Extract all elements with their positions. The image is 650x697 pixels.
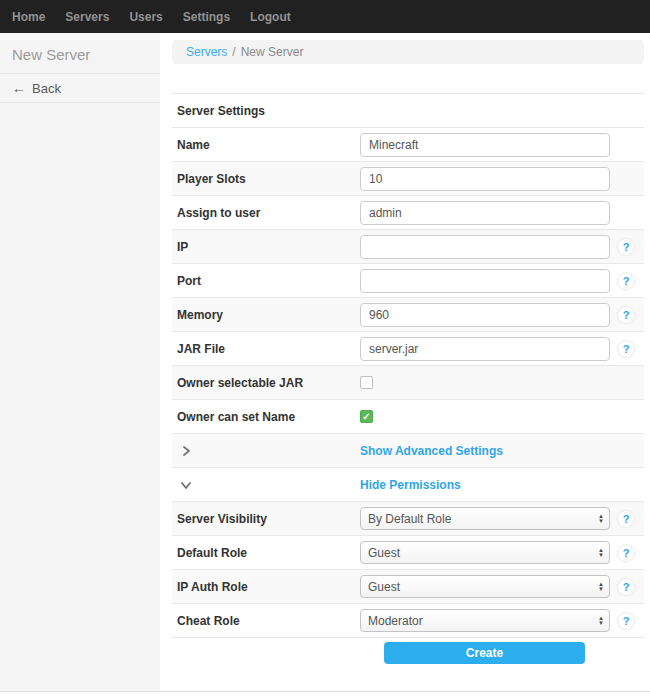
- nav-item-users[interactable]: Users: [119, 10, 172, 24]
- default-role-row: Default Role Guest ▲▼ ?: [172, 536, 644, 570]
- memory-label: Memory: [177, 308, 360, 322]
- ip-help-icon[interactable]: ?: [617, 238, 635, 256]
- memory-input[interactable]: [360, 303, 610, 327]
- memory-help-icon[interactable]: ?: [617, 306, 635, 324]
- create-row: Create: [172, 638, 644, 668]
- jar-file-help-icon[interactable]: ?: [617, 340, 635, 358]
- footer-strip: [0, 692, 650, 696]
- name-label: Name: [177, 138, 360, 152]
- owner-selectable-jar-label: Owner selectable JAR: [177, 376, 360, 390]
- breadcrumb-servers-link[interactable]: Servers: [186, 45, 227, 59]
- ip-auth-role-select[interactable]: Guest: [360, 575, 610, 598]
- cheat-role-label: Cheat Role: [177, 614, 360, 628]
- section-title: Server Settings: [177, 104, 360, 118]
- player-slots-label: Player Slots: [177, 172, 360, 186]
- main-content: Servers / New Server Server Settings Nam…: [160, 33, 650, 691]
- chevron-right-icon: [177, 445, 360, 457]
- hide-permissions-link[interactable]: Hide Permissions: [360, 478, 461, 492]
- breadcrumb: Servers / New Server: [172, 40, 644, 64]
- jar-file-input[interactable]: [360, 337, 610, 361]
- owner-selectable-jar-checkbox[interactable]: [360, 376, 373, 389]
- owner-can-set-name-label: Owner can set Name: [177, 410, 360, 424]
- assign-user-row: Assign to user: [172, 196, 644, 230]
- create-button[interactable]: Create: [384, 642, 585, 664]
- ip-input[interactable]: [360, 235, 610, 259]
- page-body: New Server ← Back Servers / New Server S…: [0, 33, 650, 692]
- permissions-toggle-row: Hide Permissions: [172, 468, 644, 502]
- owner-can-set-name-row: Owner can set Name: [172, 400, 644, 434]
- port-help-icon[interactable]: ?: [617, 272, 635, 290]
- nav-item-logout[interactable]: Logout: [240, 10, 301, 24]
- ip-auth-role-row: IP Auth Role Guest ▲▼ ?: [172, 570, 644, 604]
- name-row: Name: [172, 128, 644, 162]
- port-input[interactable]: [360, 269, 610, 293]
- advanced-settings-toggle-row: Show Advanced Settings: [172, 434, 644, 468]
- server-visibility-label: Server Visibility: [177, 512, 360, 526]
- cheat-role-row: Cheat Role Moderator ▲▼ ?: [172, 604, 644, 638]
- ip-auth-role-help-icon[interactable]: ?: [617, 578, 635, 596]
- section-header-row: Server Settings: [172, 94, 644, 128]
- sidebar: New Server ← Back: [0, 33, 160, 691]
- port-label: Port: [177, 274, 360, 288]
- nav-item-servers[interactable]: Servers: [55, 10, 119, 24]
- back-link[interactable]: ← Back: [0, 73, 160, 103]
- breadcrumb-separator: /: [232, 45, 235, 59]
- server-visibility-help-icon[interactable]: ?: [617, 510, 635, 528]
- player-slots-input[interactable]: [360, 167, 610, 191]
- back-arrow-icon: ←: [12, 80, 26, 96]
- nav-item-home[interactable]: Home: [2, 10, 55, 24]
- ip-row: IP ?: [172, 230, 644, 264]
- page-title: New Server: [0, 33, 160, 73]
- nav-item-settings[interactable]: Settings: [173, 10, 240, 24]
- default-role-help-icon[interactable]: ?: [617, 544, 635, 562]
- show-advanced-settings-link[interactable]: Show Advanced Settings: [360, 444, 503, 458]
- port-row: Port ?: [172, 264, 644, 298]
- jar-file-label: JAR File: [177, 342, 360, 356]
- ip-label: IP: [177, 240, 360, 254]
- owner-can-set-name-checkbox[interactable]: [360, 410, 373, 423]
- jar-file-row: JAR File ?: [172, 332, 644, 366]
- default-role-label: Default Role: [177, 546, 360, 560]
- server-settings-form: Server Settings Name Player Slots Assign…: [172, 93, 644, 668]
- name-input[interactable]: [360, 133, 610, 157]
- breadcrumb-current: New Server: [241, 45, 304, 59]
- top-navbar: Home Servers Users Settings Logout: [0, 0, 650, 33]
- ip-auth-role-label: IP Auth Role: [177, 580, 360, 594]
- memory-row: Memory ?: [172, 298, 644, 332]
- assign-to-user-input[interactable]: [360, 201, 610, 225]
- assign-user-label: Assign to user: [177, 206, 360, 220]
- server-visibility-select[interactable]: By Default Role: [360, 507, 610, 530]
- cheat-role-select[interactable]: Moderator: [360, 609, 610, 632]
- chevron-down-icon: [177, 479, 360, 491]
- server-visibility-row: Server Visibility By Default Role ▲▼ ?: [172, 502, 644, 536]
- owner-selectable-jar-row: Owner selectable JAR: [172, 366, 644, 400]
- cheat-role-help-icon[interactable]: ?: [617, 612, 635, 630]
- default-role-select[interactable]: Guest: [360, 541, 610, 564]
- back-label: Back: [32, 81, 61, 96]
- player-slots-row: Player Slots: [172, 162, 644, 196]
